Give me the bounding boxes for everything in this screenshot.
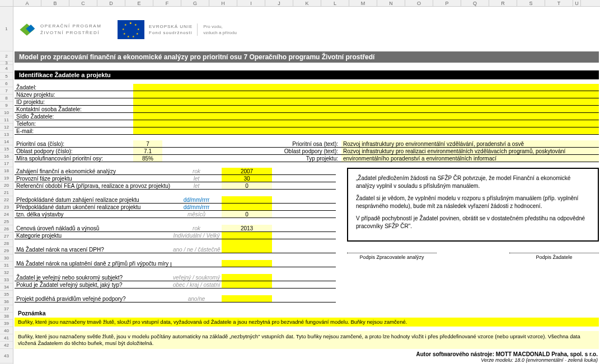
signature-analyst: Podpis Zpracovatele analýzy [347, 253, 437, 260]
analysis-row: Kategorie projektuIndividuální / Velký [15, 232, 336, 239]
label: Má Žadatel nárok na vracení DPH? [15, 246, 171, 253]
value[interactable]: 85% [133, 155, 162, 162]
label: Referenční období FEA (příprava, realiza… [15, 182, 171, 189]
value[interactable]: Rozvoj infrastruktury pro realizaci envi… [341, 148, 599, 154]
document-title: Model pro zpracování finanční a ekonomic… [15, 51, 599, 63]
signature-applicant: Podpis Žadatele [509, 253, 599, 260]
value[interactable] [222, 281, 272, 288]
analysis-row: Má Žadatel nárok na vracení DPH?ano / ne… [15, 246, 336, 253]
unit: rok [171, 168, 222, 174]
label: Zahájení finanční a ekonomické analýzy [15, 168, 171, 174]
gap [15, 218, 336, 225]
analysis-row: Cenová úroveň nákladů a výnosůrok2013 [15, 225, 336, 232]
id-row-kontakt: Kontaktní osoba Žadatele: [15, 106, 599, 113]
eu-text-2: Fond soudržnosti [149, 30, 193, 36]
logo-header: OPERAČNÍ PROGRAM ŽIVOTNÍ PROSTŘEDÍ ★★ ★★… [13, 7, 600, 51]
input-email[interactable] [133, 127, 599, 134]
priority-axis-row: Prioritní osa (číslo): 7 Prioritní osa (… [15, 140, 599, 148]
eu-logo-block: ★★ ★★ ★★ ★★ ★★ EVROPSKÁ UNIE Fond soudrž… [118, 20, 237, 39]
eu-sub-1: Pro vodu, [203, 23, 237, 30]
opzp-icon [17, 20, 37, 40]
value[interactable] [222, 204, 272, 210]
analysis-row: Žadatel je veřejný nebo soukromý subjekt… [15, 274, 336, 281]
value[interactable] [222, 246, 272, 253]
input-sidlo[interactable] [133, 113, 599, 120]
gap [15, 190, 336, 196]
opzp-text-2: ŽIVOTNÍ PROSTŘEDÍ [40, 30, 101, 36]
input-kontakt[interactable] [133, 106, 599, 112]
unit: rok [171, 225, 222, 231]
analysis-row: Předpokládané datum zahájení realizace p… [15, 196, 336, 204]
right-column: „Žadatel předložením žádosti na SFŽP ČR … [347, 168, 599, 302]
input-telefon[interactable] [133, 120, 599, 127]
note-heading: Poznámka [18, 310, 599, 316]
label: Projekt podléhá pravidlům veřejné podpor… [15, 295, 171, 302]
id-row-email: E-mail: [15, 127, 599, 135]
unit: měsíců [171, 211, 222, 218]
id-row-sidlo: Sídlo Žadatele: [15, 113, 599, 120]
declaration-p1: „Žadatel předložením žádosti na SFŽP ČR … [356, 174, 590, 190]
analysis-block: Zahájení finanční a ekonomické analýzyro… [15, 168, 599, 302]
unit: dd/mm/rrrr [171, 204, 222, 210]
unit: Individuální / Velký [171, 232, 222, 239]
note-yellow-cells: Buňky, které jsou naznačeny tmavě žlutě,… [15, 318, 599, 327]
input-idp[interactable] [133, 98, 599, 105]
unit: ano/ne [171, 295, 222, 302]
value[interactable]: 30 [222, 175, 272, 182]
gap [15, 289, 336, 295]
section-identification: Identifikace Žadatele a projektu [15, 70, 599, 79]
input-nazev[interactable] [133, 91, 599, 98]
gap [15, 253, 336, 260]
unit: veřejný / soukromý [171, 274, 222, 281]
label: Má Žadatel nárok na uplatnění daně z pří… [15, 260, 171, 267]
value[interactable]: 2007 [222, 168, 272, 174]
id-row-nazev: Název projektu: [15, 91, 599, 98]
value[interactable]: 7.1 [133, 148, 162, 154]
unit: ano / ne / částečně [171, 246, 222, 253]
analysis-row: Zahájení finanční a ekonomické analýzyro… [15, 168, 336, 175]
value[interactable]: 0 [222, 182, 272, 189]
author-credit: Autor softwarového nástroje: MOTT MACDON… [13, 351, 598, 357]
label: Pokud je Žadatel veřejný subjekt, jaký t… [15, 281, 171, 288]
opzp-text-1: OPERAČNÍ PROGRAM [40, 23, 101, 30]
unit: obec / kraj / ostatní veřejný [171, 281, 222, 288]
label: Kategorie projektu [15, 232, 171, 239]
unit: let [171, 175, 222, 182]
value[interactable] [222, 232, 272, 239]
signature-area: Podpis Zpracovatele analýzy Podpis Žadat… [347, 253, 599, 260]
label: Míra spolufinancování prioritní osy: [15, 155, 133, 162]
analysis-row: Provozní fáze projektulet30 [15, 175, 336, 182]
value[interactable]: environmentálního poradenství a environm… [341, 155, 599, 162]
label: Sídlo Žadatele: [15, 113, 133, 120]
support-area-row: Oblast podpory (číslo): 7.1 Oblast podpo… [15, 148, 599, 155]
label: ID projektu: [15, 98, 133, 105]
analysis-inputs: Zahájení finanční a ekonomické analýzyro… [15, 168, 336, 302]
gap [15, 239, 336, 246]
analysis-row: Referenční období FEA (příprava, realiza… [15, 182, 336, 190]
row-gutter: 1234567891011121314151617181920212223242… [0, 7, 13, 363]
value[interactable]: 7 [133, 140, 162, 147]
value[interactable] [222, 196, 272, 203]
unit: let [171, 182, 222, 189]
value[interactable]: 2013 [222, 225, 272, 231]
declaration-p2: Žadatel si je vědom, že vyplnění modelu … [356, 195, 590, 210]
value[interactable]: 0 [222, 211, 272, 218]
label: Žadatel: [15, 84, 133, 91]
analysis-row: Má Žadatel nárok na uplatnění daně z pří… [15, 260, 336, 267]
analysis-row: Předpokládané datum ukončení realizace p… [15, 204, 336, 211]
value[interactable]: Rozvoj infrastruktury pro environmentáln… [341, 140, 599, 147]
model-version: Verze modelu: 18.0 (environmentální - ze… [13, 357, 598, 363]
value[interactable] [222, 274, 272, 281]
declaration-p3: V případě pochybností je Žadatel povinen… [356, 215, 590, 230]
value[interactable] [222, 260, 272, 267]
label: tzn. délka výstavby [15, 211, 171, 218]
id-row-telefon: Telefon: [15, 120, 599, 127]
label: Předpokládané datum zahájení realizace p… [15, 196, 171, 203]
declaration-box: „Žadatel předložením žádosti na SFŽP ČR … [347, 168, 599, 242]
column-headers: ABCDEFGHIJKLMNOPQRSTU [0, 0, 600, 7]
eu-sub-2: vzduch a přírodu [203, 30, 237, 36]
value[interactable] [222, 295, 272, 302]
eu-text-1: EVROPSKÁ UNIE [149, 23, 193, 30]
analysis-row: tzn. délka výstavbyměsíců0 [15, 211, 336, 218]
input-zadatel[interactable] [133, 84, 599, 91]
